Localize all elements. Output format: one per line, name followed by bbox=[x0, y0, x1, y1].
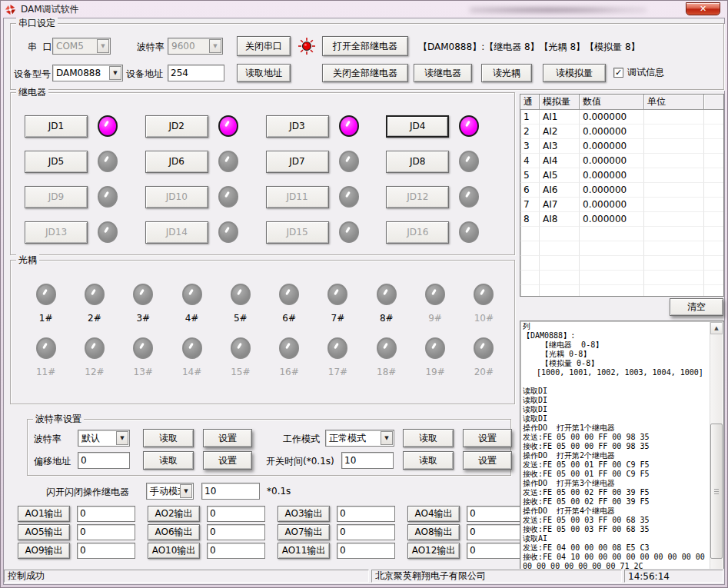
relay-button-jd7[interactable]: JD7 bbox=[266, 151, 329, 173]
relay-button-jd5[interactable]: JD5 bbox=[25, 151, 88, 173]
ao-button-ao9[interactable]: AO9输出 bbox=[18, 543, 70, 559]
relay-button-jd9[interactable]: JD9 bbox=[25, 186, 88, 208]
relay-button-jd1[interactable]: JD1 bbox=[25, 115, 88, 138]
opto-cell: 3# bbox=[119, 277, 168, 324]
table-row[interactable]: 2AI20.000000 bbox=[520, 125, 723, 139]
read-opto-button[interactable]: 读光耦 bbox=[481, 64, 532, 82]
flash-time-input[interactable] bbox=[201, 483, 260, 500]
table-row[interactable]: 6AI60.000000 bbox=[520, 183, 723, 198]
opto-label: 5# bbox=[234, 313, 248, 324]
workmode-read-button[interactable]: 读取 bbox=[403, 429, 454, 447]
workmode-set-button[interactable]: 设置 bbox=[463, 429, 512, 447]
port-label: 串 口 bbox=[28, 41, 54, 54]
relay-button-jd8[interactable]: JD8 bbox=[386, 151, 449, 173]
relay-button-jd14[interactable]: JD14 bbox=[145, 221, 208, 244]
opto-cell: 18# bbox=[362, 331, 411, 377]
ao-input-ao4[interactable] bbox=[467, 506, 525, 522]
ao-button-ao11[interactable]: AO11输出 bbox=[278, 543, 330, 559]
device-address-input[interactable] bbox=[168, 65, 224, 81]
table-row[interactable]: 3AI30.000000 bbox=[520, 139, 723, 154]
ao-input-ao3[interactable] bbox=[337, 506, 395, 522]
relay-button-jd16[interactable]: JD16 bbox=[386, 221, 449, 244]
clear-button[interactable]: 清空 bbox=[670, 298, 723, 316]
log-scrollbar-thumb[interactable] bbox=[710, 424, 723, 559]
ao-button-ao4[interactable]: AO4输出 bbox=[407, 506, 460, 522]
opto-cell: 11# bbox=[22, 331, 70, 377]
ao-button-ao6[interactable]: AO6输出 bbox=[148, 524, 200, 540]
relay-led-jd12 bbox=[459, 186, 479, 208]
ao-button-ao2[interactable]: AO2输出 bbox=[148, 506, 200, 522]
dropdown-arrow-icon[interactable]: ▼ bbox=[381, 431, 393, 445]
table-row[interactable]: 4AI40.000000 bbox=[520, 154, 723, 168]
read-analog-button[interactable]: 读模拟量 bbox=[543, 64, 606, 82]
log-scrollbar[interactable]: ▲ bbox=[710, 322, 723, 571]
ao-input-ao11[interactable] bbox=[337, 543, 395, 559]
baud-set-button[interactable]: 设置 bbox=[203, 429, 252, 447]
relay-button-jd11[interactable]: JD11 bbox=[266, 186, 329, 208]
relay-button-jd10[interactable]: JD10 bbox=[145, 186, 208, 208]
workmode-select[interactable]: 正常模式 ▼ bbox=[325, 430, 394, 447]
close-button[interactable]: ✕ bbox=[686, 2, 720, 15]
table-row[interactable]: 5AI50.000000 bbox=[520, 168, 723, 183]
table-cell: AI8 bbox=[540, 212, 580, 227]
dropdown-arrow-icon[interactable]: ▼ bbox=[97, 39, 109, 53]
dropdown-arrow-icon[interactable]: ▼ bbox=[116, 431, 128, 445]
dropdown-arrow-icon[interactable]: ▼ bbox=[109, 66, 121, 80]
offset-read-button[interactable]: 读取 bbox=[143, 451, 194, 470]
read-relay-button[interactable]: 读继电器 bbox=[414, 64, 472, 82]
device-model-select[interactable]: DAM0888 ▼ bbox=[52, 65, 123, 81]
table-cell bbox=[704, 125, 723, 139]
table-row[interactable]: 8AI80.000000 bbox=[520, 212, 723, 227]
offset-set-button[interactable]: 设置 bbox=[203, 451, 252, 470]
ao-input-ao12[interactable] bbox=[467, 543, 525, 559]
ao-input-ao1[interactable] bbox=[77, 506, 135, 522]
baud-read-button[interactable]: 读取 bbox=[143, 429, 194, 447]
ao-button-ao10[interactable]: AO10输出 bbox=[148, 543, 200, 559]
open-all-relays-button[interactable]: 打开全部继电器 bbox=[322, 36, 408, 56]
debug-info-checkbox[interactable]: ✓ bbox=[613, 68, 623, 78]
ao-button-ao12[interactable]: AO12输出 bbox=[407, 543, 460, 559]
opto-led-7 bbox=[327, 284, 347, 305]
switch-time-input[interactable] bbox=[341, 452, 394, 469]
table-row[interactable]: 1AI10.000000 bbox=[520, 110, 723, 125]
baud-setting-select[interactable]: 默认 ▼ bbox=[78, 430, 130, 447]
flash-mode-select[interactable]: 手动模式 ▼ bbox=[146, 483, 194, 500]
baudrate-select[interactable]: 9600 ▼ bbox=[168, 38, 223, 55]
ao-input-ao5[interactable] bbox=[77, 524, 135, 540]
relay-button-jd4[interactable]: JD4 bbox=[386, 115, 449, 138]
workmode-select-value: 正常模式 bbox=[329, 432, 366, 445]
scroll-up-icon[interactable]: ▲ bbox=[710, 322, 723, 334]
ao-input-ao8[interactable] bbox=[467, 524, 525, 540]
offset-address-input[interactable] bbox=[78, 452, 130, 469]
table-cell bbox=[580, 227, 644, 241]
close-all-relays-button[interactable]: 关闭全部继电器 bbox=[322, 64, 408, 82]
debug-log-panel[interactable]: 列 【DAM0888】: 【继电器 0-8】 【光耦 0-8】 【模拟量 0-8… bbox=[520, 321, 724, 573]
port-select[interactable]: COM5 ▼ bbox=[52, 38, 111, 55]
relay-button-jd3[interactable]: JD3 bbox=[266, 115, 329, 138]
table-row[interactable]: 7AI70.000000 bbox=[520, 198, 723, 212]
read-address-button[interactable]: 读取地址 bbox=[237, 64, 291, 82]
ao-button-ao1[interactable]: AO1输出 bbox=[18, 506, 70, 522]
ao-input-ao6[interactable] bbox=[207, 524, 265, 540]
ao-input-ao7[interactable] bbox=[337, 524, 395, 540]
close-serial-button[interactable]: 关闭串口 bbox=[237, 36, 291, 56]
relay-button-jd2[interactable]: JD2 bbox=[145, 115, 208, 138]
switch-set-button[interactable]: 设置 bbox=[463, 451, 512, 470]
ao-input-ao2[interactable] bbox=[207, 506, 265, 522]
analog-table-body: 1AI10.0000002AI20.0000003AI30.0000004AI4… bbox=[520, 110, 723, 297]
dropdown-arrow-icon[interactable]: ▼ bbox=[209, 39, 221, 53]
relay-button-jd13[interactable]: JD13 bbox=[25, 221, 88, 244]
ao-button-ao8[interactable]: AO8输出 bbox=[407, 524, 460, 540]
ao-button-ao5[interactable]: AO5输出 bbox=[18, 524, 70, 540]
switch-read-button[interactable]: 读取 bbox=[403, 451, 454, 470]
ao-button-ao7[interactable]: AO7输出 bbox=[278, 524, 330, 540]
relay-button-jd15[interactable]: JD15 bbox=[266, 221, 329, 244]
ao-input-ao9[interactable] bbox=[77, 543, 135, 559]
relay-button-jd6[interactable]: JD6 bbox=[145, 151, 208, 173]
ao-input-ao10[interactable] bbox=[207, 543, 265, 559]
relay-button-jd12[interactable]: JD12 bbox=[386, 186, 449, 208]
debug-info-label: 调试信息 bbox=[627, 66, 664, 79]
dropdown-arrow-icon[interactable]: ▼ bbox=[180, 484, 192, 498]
ao-button-ao3[interactable]: AO3输出 bbox=[278, 506, 330, 522]
table-cell: 0.000000 bbox=[580, 168, 644, 183]
